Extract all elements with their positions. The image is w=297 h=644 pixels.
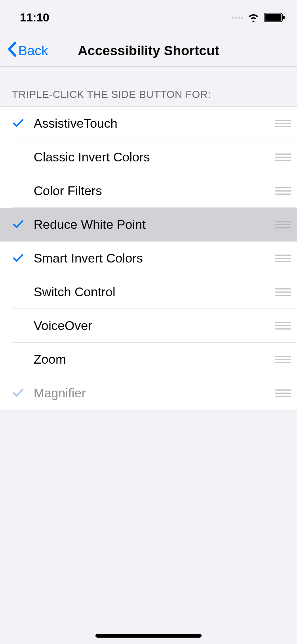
check-column xyxy=(12,218,34,232)
drag-handle-icon[interactable] xyxy=(269,356,297,363)
list-item[interactable]: Classic Invert Colors xyxy=(0,140,297,174)
svg-rect-1 xyxy=(265,14,282,21)
drag-handle-icon[interactable] xyxy=(269,187,297,195)
status-indicators xyxy=(232,12,285,23)
checkmark-icon xyxy=(12,386,25,401)
shortcut-list: AssistiveTouchClassic Invert ColorsColor… xyxy=(0,106,297,410)
check-column xyxy=(12,117,34,131)
check-column xyxy=(12,386,34,401)
check-column xyxy=(12,251,34,266)
list-item-label: AssistiveTouch xyxy=(34,116,269,131)
wifi-icon xyxy=(247,13,260,22)
status-bar: 11:10 xyxy=(0,0,297,35)
drag-handle-icon[interactable] xyxy=(269,322,297,330)
list-item-label: Color Filters xyxy=(34,184,269,198)
list-item[interactable]: Color Filters xyxy=(0,174,297,208)
list-item[interactable]: Magnifier xyxy=(0,376,297,410)
svg-rect-2 xyxy=(283,16,285,19)
list-item-label: Switch Control xyxy=(34,285,269,299)
list-item[interactable]: Zoom xyxy=(0,343,297,376)
list-item[interactable]: VoiceOver xyxy=(0,309,297,343)
list-item-label: Smart Invert Colors xyxy=(34,251,269,266)
drag-handle-icon[interactable] xyxy=(269,120,297,127)
drag-handle-icon[interactable] xyxy=(269,153,297,161)
checkmark-icon xyxy=(12,117,25,131)
section-header: TRIPLE-CLICK THE SIDE BUTTON FOR: xyxy=(0,67,297,106)
home-indicator[interactable] xyxy=(95,634,202,638)
list-item[interactable]: Reduce White Point xyxy=(0,208,297,242)
drag-handle-icon[interactable] xyxy=(269,288,297,296)
chevron-left-icon xyxy=(7,42,17,60)
checkmark-icon xyxy=(12,218,25,232)
list-item-label: Zoom xyxy=(34,352,269,367)
list-item-label: VoiceOver xyxy=(34,318,269,333)
battery-icon xyxy=(264,12,285,23)
list-item[interactable]: Switch Control xyxy=(0,275,297,309)
list-item-label: Classic Invert Colors xyxy=(34,150,269,165)
drag-handle-icon[interactable] xyxy=(269,389,297,397)
status-time: 11:10 xyxy=(20,11,49,24)
cellular-signal-icon xyxy=(232,17,243,19)
list-item[interactable]: Smart Invert Colors xyxy=(0,242,297,275)
back-label: Back xyxy=(18,43,48,58)
drag-handle-icon[interactable] xyxy=(269,221,297,228)
drag-handle-icon[interactable] xyxy=(269,255,297,262)
list-item-label: Reduce White Point xyxy=(34,217,269,232)
checkmark-icon xyxy=(12,251,25,266)
nav-bar: Back Accessibility Shortcut xyxy=(0,35,297,67)
list-item-label: Magnifier xyxy=(34,386,269,401)
back-button[interactable]: Back xyxy=(7,42,48,60)
list-item[interactable]: AssistiveTouch xyxy=(0,107,297,140)
